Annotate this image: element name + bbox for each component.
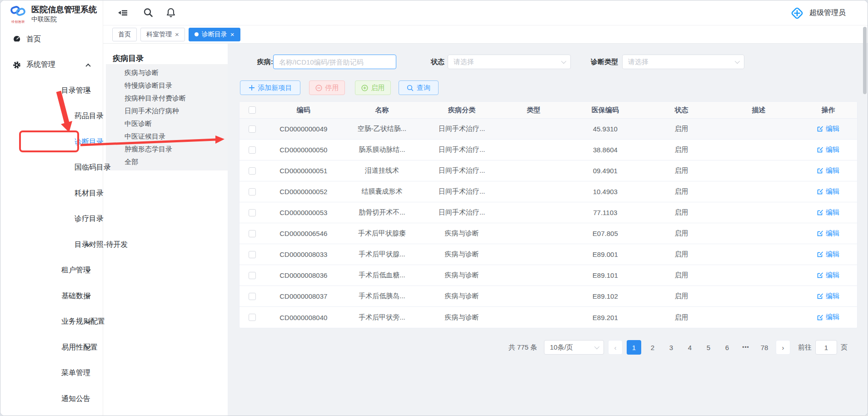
catalog-list-item[interactable]: 日间手术治疗病种 bbox=[106, 105, 228, 117]
cell-status: 启用 bbox=[645, 313, 718, 322]
cell-category: 疾病与诊断 bbox=[422, 313, 502, 322]
select-all-checkbox[interactable] bbox=[249, 106, 256, 114]
sidebar-menu-item[interactable]: 目录对照-待开发 bbox=[0, 232, 103, 258]
status-select[interactable]: 请选择 bbox=[448, 55, 571, 69]
table-row: CD0000008036 手术后低血糖... 疾病与诊断 E89.101 启用 bbox=[239, 265, 857, 286]
edit-icon bbox=[817, 272, 823, 278]
cell-name: 手术后低胰岛... bbox=[342, 292, 422, 301]
search-icon[interactable] bbox=[142, 7, 154, 19]
page-number-button[interactable]: 3 bbox=[664, 340, 678, 355]
sidebar-menu-item[interactable]: 易用性配置 bbox=[0, 335, 103, 361]
sidebar-menu-item[interactable]: 系统管理 bbox=[0, 52, 103, 78]
edit-button[interactable]: 编辑 bbox=[817, 292, 839, 301]
edit-button[interactable]: 编辑 bbox=[817, 250, 839, 259]
sidebar-menu-item[interactable]: 菜单管理 bbox=[0, 361, 103, 386]
row-checkbox[interactable] bbox=[249, 209, 256, 216]
chevron-down-icon bbox=[735, 59, 740, 64]
row-checkbox[interactable] bbox=[249, 272, 256, 279]
row-checkbox[interactable] bbox=[249, 188, 256, 195]
catalog-list-item[interactable]: 特慢病诊断目录 bbox=[106, 79, 228, 92]
edit-button[interactable]: 编辑 bbox=[817, 145, 839, 154]
page-number-button[interactable]: 2 bbox=[645, 340, 660, 355]
user-menu[interactable]: 超级管理员 bbox=[789, 0, 846, 25]
nav-tab[interactable]: 首页 × bbox=[112, 28, 137, 41]
sidebar-menu-item[interactable]: 首页 bbox=[0, 26, 103, 52]
row-checkbox[interactable] bbox=[249, 293, 256, 300]
prev-page-button[interactable]: ‹ bbox=[608, 340, 623, 355]
sidebar-menu-item[interactable]: 诊断目录 bbox=[0, 129, 103, 155]
goto-page-input[interactable] bbox=[815, 340, 837, 355]
sidebar-menu-item[interactable]: 通知公告 bbox=[0, 386, 103, 412]
disable-button[interactable]: 停用 bbox=[309, 80, 345, 95]
catalog-list-item[interactable]: 中医证候目录 bbox=[106, 130, 228, 143]
page-number-button[interactable]: 78 bbox=[757, 340, 772, 355]
col-header-category: 疾病分类 bbox=[422, 106, 502, 115]
sidebar-item-label: 目录对照-待开发 bbox=[75, 240, 128, 250]
cell-name: 手术后甲状腺... bbox=[342, 250, 422, 259]
row-checkbox[interactable] bbox=[249, 230, 256, 237]
diagnosis-type-select[interactable]: 请选择 bbox=[622, 55, 744, 69]
catalog-list-item[interactable]: 全部 bbox=[106, 155, 228, 168]
sidebar-menu-item[interactable]: 药品目录 bbox=[0, 104, 103, 130]
row-checkbox[interactable] bbox=[249, 146, 256, 154]
query-button[interactable]: 查询 bbox=[399, 80, 439, 95]
bell-icon[interactable] bbox=[165, 7, 177, 19]
col-header-code: 编码 bbox=[265, 106, 342, 115]
sidebar-menu-item[interactable]: 耗材目录 bbox=[0, 180, 103, 206]
page-number-button[interactable]: 1 bbox=[627, 340, 641, 355]
circle-plus-icon bbox=[361, 85, 368, 91]
add-item-button[interactable]: 添加新项目 bbox=[240, 80, 300, 95]
cell-status: 启用 bbox=[645, 145, 718, 154]
cell-category: 疾病与诊断 bbox=[422, 292, 502, 301]
col-header-actions: 操作 bbox=[799, 106, 857, 115]
sidebar-menu-item[interactable]: 基础数据 bbox=[0, 283, 103, 309]
tab-close-icon[interactable]: × bbox=[175, 31, 179, 38]
cell-status: 启用 bbox=[645, 208, 718, 217]
table-row: CD0000000051 泪道挂线术 日间手术治疗... 09.4901 启用 bbox=[239, 160, 857, 181]
nav-tab[interactable]: 诊断目录 × bbox=[189, 28, 240, 41]
dashboard-icon bbox=[13, 35, 21, 43]
plus-icon bbox=[249, 85, 255, 91]
page-number-button[interactable]: ••• bbox=[738, 340, 753, 355]
nav-tab[interactable]: 科室管理 × bbox=[140, 28, 185, 41]
sidebar-item-label: 首页 bbox=[26, 35, 41, 44]
sidebar-menu: 首页 系统管理 bbox=[0, 26, 103, 412]
edit-button[interactable]: 编辑 bbox=[817, 125, 839, 133]
cell-category: 日间手术治疗... bbox=[422, 125, 502, 133]
sidebar-menu-item[interactable]: 国临码目录 bbox=[0, 155, 103, 181]
catalog-list-item[interactable]: 肿瘤形态学目录 bbox=[106, 143, 228, 155]
catalog-list-item[interactable]: 中医诊断 bbox=[106, 117, 228, 130]
circle-minus-icon bbox=[315, 85, 322, 91]
tab-close-icon[interactable]: × bbox=[230, 31, 234, 38]
page-number-button[interactable]: 6 bbox=[720, 340, 734, 355]
edit-button[interactable]: 编辑 bbox=[817, 313, 839, 321]
sidebar-menu-item[interactable]: 租户管理 bbox=[0, 258, 103, 284]
sidebar-menu-item[interactable]: 目录管理 bbox=[0, 78, 103, 104]
enable-button[interactable]: 启用 bbox=[355, 80, 391, 95]
medical-diamond-plus-icon bbox=[789, 5, 805, 21]
disease-search-input[interactable] bbox=[273, 55, 396, 69]
edit-button[interactable]: 编辑 bbox=[817, 229, 839, 238]
cell-category: 日间手术治疗... bbox=[422, 166, 502, 175]
edit-button[interactable]: 编辑 bbox=[817, 187, 839, 196]
sidebar-menu-item[interactable]: 业务规则配置 bbox=[0, 309, 103, 335]
edit-button[interactable]: 编辑 bbox=[817, 166, 839, 175]
scrollbar-thumb[interactable] bbox=[863, 27, 867, 94]
edit-button[interactable]: 编辑 bbox=[817, 208, 839, 217]
row-checkbox[interactable] bbox=[249, 167, 256, 175]
catalog-panel: 疾病目录 疾病与诊断 特慢病诊断目录 按病种目录付费诊断 日间手术治疗病种 中医… bbox=[103, 44, 228, 416]
sidebar-item-label: 易用性配置 bbox=[61, 343, 98, 352]
user-name: 超级管理员 bbox=[809, 8, 846, 18]
page-number-button[interactable]: 4 bbox=[683, 340, 697, 355]
page-number-button[interactable]: 5 bbox=[701, 340, 716, 355]
next-page-button[interactable]: › bbox=[776, 340, 790, 355]
edit-button[interactable]: 编辑 bbox=[817, 271, 839, 280]
catalog-list-item[interactable]: 疾病与诊断 bbox=[106, 66, 228, 79]
sidebar-menu-item[interactable]: 诊疗目录 bbox=[0, 206, 103, 232]
row-checkbox[interactable] bbox=[249, 251, 256, 258]
row-checkbox[interactable] bbox=[249, 125, 256, 133]
row-checkbox[interactable] bbox=[249, 314, 256, 321]
page-size-select[interactable]: 10条/页 bbox=[544, 340, 604, 355]
collapse-menu-icon[interactable] bbox=[117, 7, 129, 19]
catalog-list-item[interactable]: 按病种目录付费诊断 bbox=[106, 92, 228, 105]
